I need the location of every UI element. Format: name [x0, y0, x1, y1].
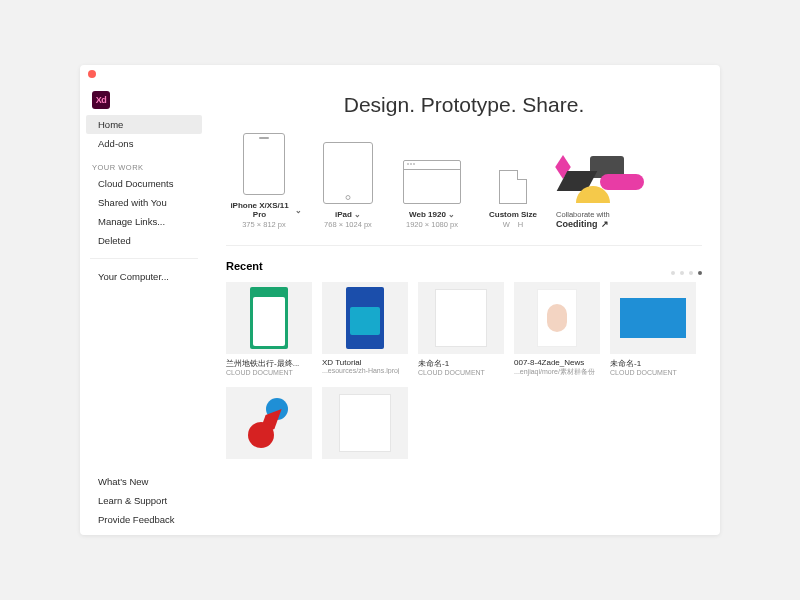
recent-card[interactable]: 未命名-1 CLOUD DOCUMENT — [610, 282, 696, 377]
divider — [90, 258, 198, 259]
card-name: 未命名-1 — [418, 358, 504, 369]
recent-card[interactable]: 兰州地铁出行-最终... CLOUD DOCUMENT — [226, 282, 312, 377]
sidebar-item-your-computer[interactable]: Your Computer... — [86, 267, 202, 286]
card-sub: ...esources/zh-Hans.lproj — [322, 367, 408, 374]
preset-row: iPhone X/XS/11 Pro⌄ 375 × 812 px iPad⌄ 7… — [226, 133, 702, 246]
sidebar-item-deleted[interactable]: Deleted — [86, 231, 202, 250]
preset-name: iPad — [335, 210, 352, 219]
preset-custom[interactable]: Custom Size W H — [478, 170, 548, 229]
sidebar-item-whats-new[interactable]: What's New — [86, 472, 202, 491]
card-name: 007-8-4Zade_News — [514, 358, 600, 367]
sidebar-item-cloud-documents[interactable]: Cloud Documents — [86, 174, 202, 193]
preset-dim: 768 × 1024 px — [310, 220, 386, 229]
promo-subtitle: Collaborate with — [556, 210, 666, 219]
sidebar-item-manage-links[interactable]: Manage Links... — [86, 212, 202, 231]
chevron-down-icon[interactable]: ⌄ — [448, 210, 455, 219]
recent-card[interactable]: XD Tutorial ...esources/zh-Hans.lproj — [322, 282, 408, 377]
recent-card[interactable]: 未命名-1 CLOUD DOCUMENT — [418, 282, 504, 377]
promo-coediting[interactable]: Collaborate with Coediting↗ — [556, 156, 666, 229]
carousel-dots[interactable] — [671, 271, 702, 275]
sidebar-item-shared-with-you[interactable]: Shared with You — [86, 193, 202, 212]
recent-header: Recent — [226, 260, 702, 272]
sidebar-item-learn-support[interactable]: Learn & Support — [86, 491, 202, 510]
document-icon — [499, 170, 527, 204]
card-sub: CLOUD DOCUMENT — [226, 369, 312, 376]
recent-grid: 兰州地铁出行-最终... CLOUD DOCUMENT XD Tutorial … — [226, 282, 702, 459]
sidebar-header-your-work: YOUR WORK — [80, 153, 208, 174]
app-logo: Xd — [92, 91, 110, 109]
chevron-down-icon[interactable]: ⌄ — [354, 210, 361, 219]
card-sub: CLOUD DOCUMENT — [610, 369, 696, 376]
card-sub: ...enjiaqi/more/素材群备份 — [514, 367, 600, 377]
preset-dim: 1920 × 1080 px — [394, 220, 470, 229]
sidebar-item-addons[interactable]: Add-ons — [86, 134, 202, 153]
preset-web[interactable]: Web 1920⌄ 1920 × 1080 px — [394, 160, 470, 229]
custom-width-label[interactable]: W — [503, 220, 510, 229]
titlebar — [80, 65, 720, 83]
sidebar-item-home[interactable]: Home — [86, 115, 202, 134]
main-content: Design. Prototype. Share. iPhone X/XS/11… — [208, 83, 720, 535]
chevron-down-icon[interactable]: ⌄ — [295, 206, 302, 215]
promo-illustration — [556, 156, 666, 204]
preset-name: iPhone X/XS/11 Pro — [226, 201, 293, 219]
sidebar: Xd Home Add-ons YOUR WORK Cloud Document… — [80, 83, 208, 535]
custom-height-label[interactable]: H — [518, 220, 523, 229]
external-link-icon: ↗ — [601, 219, 609, 229]
close-window-button[interactable] — [88, 70, 96, 78]
preset-iphone[interactable]: iPhone X/XS/11 Pro⌄ 375 × 812 px — [226, 133, 302, 229]
card-name: 兰州地铁出行-最终... — [226, 358, 312, 369]
preset-dim: 375 × 812 px — [226, 220, 302, 229]
preset-ipad[interactable]: iPad⌄ 768 × 1024 px — [310, 142, 386, 229]
app-window: Xd Home Add-ons YOUR WORK Cloud Document… — [80, 65, 720, 535]
recent-card[interactable] — [322, 387, 408, 459]
hero-tagline: Design. Prototype. Share. — [226, 93, 702, 117]
sidebar-item-provide-feedback[interactable]: Provide Feedback — [86, 510, 202, 529]
card-sub: CLOUD DOCUMENT — [418, 369, 504, 376]
promo-title: Coediting — [556, 219, 598, 229]
recent-card[interactable] — [226, 387, 312, 459]
recent-card[interactable]: 007-8-4Zade_News ...enjiaqi/more/素材群备份 — [514, 282, 600, 377]
preset-name: Web 1920 — [409, 210, 446, 219]
custom-title: Custom Size — [489, 210, 537, 219]
card-name: 未命名-1 — [610, 358, 696, 369]
card-name: XD Tutorial — [322, 358, 408, 367]
